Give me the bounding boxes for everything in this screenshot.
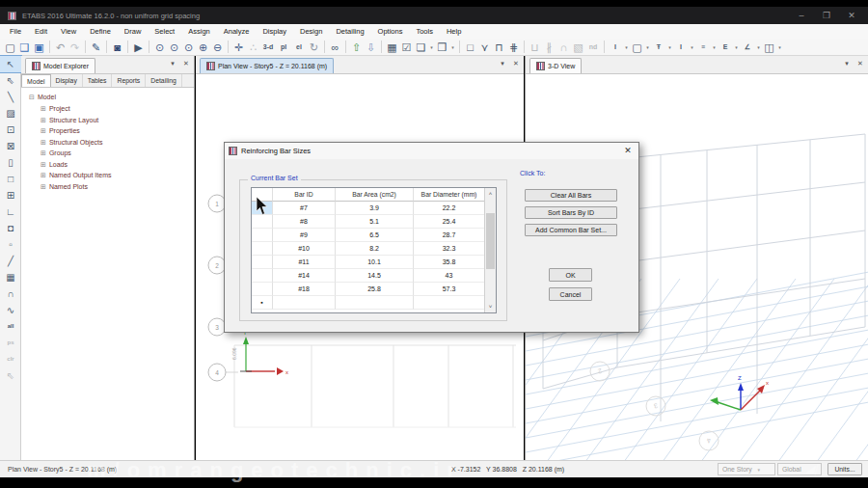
table-cell[interactable]: 43	[414, 269, 485, 283]
dropdown-arrow-icon[interactable]: ▾	[644, 44, 651, 50]
table-cell[interactable]	[336, 296, 414, 310]
bar-sizes-table[interactable]: Bar IDBar Area (cm2)Bar Diameter (mm)#73…	[251, 187, 497, 313]
view-elevation-icon[interactable]: el	[291, 40, 307, 55]
row-selector-cell[interactable]	[252, 242, 273, 256]
move-down-in-list-icon[interactable]: ⇩	[364, 40, 378, 55]
draw-gray-box-icon[interactable]: ▧	[571, 40, 585, 55]
draw-line-icon[interactable]: ╲	[0, 89, 21, 105]
panel-close-icon[interactable]: ✕	[854, 60, 866, 68]
composite-beam-design-icon[interactable]: Ŧ	[651, 40, 666, 55]
tree-expand-icon[interactable]: ⊞	[41, 149, 46, 156]
story-selector-dropdown[interactable]: One Story▾	[718, 463, 775, 475]
explorer-tab-display[interactable]: Display	[51, 74, 83, 87]
draw-mesh-icon[interactable]: ▦	[0, 269, 21, 285]
draw-opening-icon[interactable]: ▫	[0, 236, 21, 253]
table-row[interactable]: #1825.857.3	[252, 283, 496, 296]
new-model-icon[interactable]: ▢	[3, 40, 17, 55]
table-cell[interactable]	[273, 296, 336, 310]
tree-item[interactable]: ⊞Project	[41, 105, 70, 113]
tree-expand-icon[interactable]: ⊞	[41, 127, 46, 134]
table-cell[interactable]: #9	[273, 229, 336, 242]
menu-detailing[interactable]: Detailing	[329, 25, 370, 38]
snap-dots-icon[interactable]: ∴	[246, 40, 260, 55]
tree-expand-icon[interactable]: ⊞	[41, 117, 46, 123]
draw-wall-points-icon[interactable]: ◘	[0, 220, 21, 236]
dropdown-arrow-icon[interactable]: ▾	[623, 44, 630, 50]
show-selection-icon[interactable]: ☑	[399, 40, 414, 55]
edit-pencil-icon[interactable]: ✎	[89, 40, 103, 55]
auto-draw-icon[interactable]: ∦	[542, 40, 556, 55]
panel-menu-icon[interactable]: ▾	[497, 60, 508, 68]
row-selector-cell[interactable]	[252, 256, 273, 269]
draw-wall-stack-icon[interactable]: ⊔	[528, 40, 542, 55]
menu-display[interactable]: Display	[256, 25, 293, 38]
add-common-bar-set-button[interactable]: Add Common Bar Set...	[525, 224, 617, 236]
reshape-object-icon[interactable]: ⇖	[0, 72, 21, 89]
table-cell[interactable]: #7	[273, 202, 336, 215]
steel-joist-design-icon[interactable]: ≡	[695, 40, 711, 55]
table-cell[interactable]: 25.4	[414, 215, 485, 229]
snap-clr-icon[interactable]: clr	[0, 351, 21, 367]
table-cell[interactable]: #10	[273, 242, 336, 256]
units-button[interactable]: Units...	[827, 463, 862, 475]
dropdown-arrow-icon[interactable]: ▾	[733, 44, 740, 50]
shrink-objects-icon[interactable]: ❏	[414, 40, 428, 55]
table-cell[interactable]: 14.5	[336, 269, 414, 283]
menu-design[interactable]: Design	[293, 25, 329, 38]
draw-rectangular-area-icon[interactable]: □	[0, 171, 21, 187]
snap-all-icon[interactable]: all	[0, 318, 21, 335]
draw-rectangle-icon[interactable]: □	[463, 40, 477, 55]
dropdown-arrow-icon[interactable]: ▾	[428, 44, 435, 50]
move-up-in-list-icon[interactable]: ⇧	[349, 40, 364, 55]
dropdown-arrow-icon[interactable]: ▾	[449, 44, 456, 50]
previous-zoom-icon[interactable]: ⊙	[181, 40, 196, 55]
menu-help[interactable]: Help	[440, 25, 468, 38]
plan-view-tab[interactable]: Plan View - Story5 - Z = 20.1168 (m)	[200, 58, 334, 73]
tree-root-model[interactable]: ⊟Model	[29, 94, 56, 101]
close-button[interactable]: ✕	[839, 7, 864, 24]
menu-options[interactable]: Options	[371, 25, 410, 38]
sort-bars-by-id-button[interactable]: Sort Bars By ID	[525, 206, 617, 219]
save-model-icon[interactable]: ▣	[32, 40, 46, 55]
detailing-tool-icon[interactable]: ◫	[762, 40, 776, 55]
dropdown-arrow-icon[interactable]: ▾	[666, 44, 673, 50]
dropdown-arrow-icon[interactable]: ▾	[711, 44, 718, 50]
table-cell[interactable]: #14	[273, 269, 336, 283]
slab-design-icon[interactable]: ∠	[740, 40, 755, 55]
panel-close-icon[interactable]: ✕	[180, 60, 192, 68]
tree-expand-icon[interactable]: ⊞	[41, 105, 46, 112]
table-row[interactable]: #73.922.2	[252, 202, 496, 215]
dialog-title-bar[interactable]: Reinforcing Bar Sizes ✕	[225, 143, 638, 159]
tree-item[interactable]: ⊞Groups	[41, 149, 71, 157]
table-cell[interactable]: 25.8	[336, 283, 414, 296]
quick-draw-frame-icon[interactable]: ⊓	[492, 40, 506, 55]
row-selector-cell[interactable]	[252, 283, 273, 296]
wall-design-icon[interactable]: E	[718, 40, 733, 55]
new-blank-area-icon[interactable]: ▯	[0, 154, 21, 171]
row-selector-cell[interactable]	[252, 269, 273, 283]
dropdown-arrow-icon[interactable]: ▾	[776, 44, 783, 50]
table-row[interactable]: #108.232.3	[252, 242, 496, 256]
menu-draw[interactable]: Draw	[118, 25, 149, 38]
open-model-icon[interactable]: ❑	[17, 40, 32, 55]
table-row[interactable]: #96.528.7	[252, 229, 496, 242]
snap-pointer-icon[interactable]: ⇖	[0, 367, 21, 384]
scroll-down-icon[interactable]: ˅	[485, 301, 496, 312]
table-cell[interactable]: #18	[273, 283, 336, 296]
redo-icon[interactable]: ↷	[68, 40, 82, 55]
draw-frame-region-icon[interactable]: ▨	[0, 105, 21, 122]
maximize-button[interactable]: ❐	[814, 7, 839, 24]
model-explorer-title-tab[interactable]: Model Explorer	[25, 58, 95, 73]
tree-expand-icon[interactable]: ⊞	[41, 139, 46, 146]
dropdown-arrow-icon[interactable]: ▾	[755, 44, 762, 50]
steel-frame-design-icon[interactable]: I	[608, 40, 623, 55]
table-cell[interactable]: 28.7	[414, 229, 485, 242]
draw-special-joint-icon[interactable]: ⋎	[477, 40, 492, 55]
draw-dome-icon[interactable]: ∩	[0, 285, 21, 302]
zoom-in-icon[interactable]: ⊕	[196, 40, 210, 55]
tree-expand-icon[interactable]: ⊞	[41, 161, 46, 168]
scroll-thumb[interactable]	[486, 213, 495, 269]
rubber-band-zoom-icon[interactable]: ⊙	[152, 40, 167, 55]
view-plan-icon[interactable]: pl	[276, 40, 291, 55]
object-view-options-icon[interactable]: ❒	[435, 40, 449, 55]
